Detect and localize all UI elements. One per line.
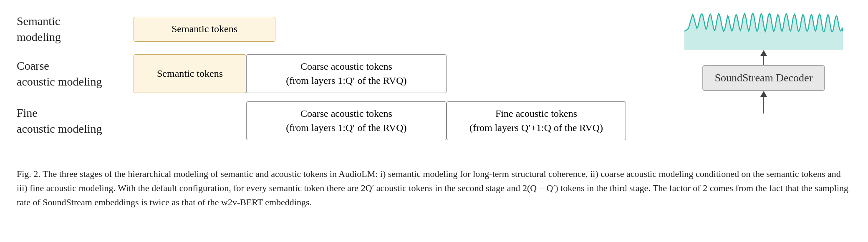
semantic-tokens-label-1: Semantic tokens	[172, 23, 237, 34]
coarse-label-text: Coarseacoustic modeling	[17, 59, 102, 88]
fine-tokens-label: Fine acoustic tokens(from layers Q′+1:Q …	[469, 107, 603, 135]
arrow-line-decoder	[763, 97, 764, 113]
decoder-label: SoundStream Decoder	[715, 72, 813, 84]
caption: Fig. 2. The three stages of the hierarch…	[17, 167, 851, 209]
soundstream-decoder-box: SoundStream Decoder	[702, 65, 825, 91]
arrow-to-decoder	[760, 91, 767, 113]
semantic-tokens-label-2: Semantic tokens	[157, 67, 223, 81]
semantic-label-text: Semanticmodeling	[17, 15, 61, 43]
semantic-tokens-box-2: Semantic tokens	[134, 54, 246, 93]
waveform-svg	[684, 13, 843, 50]
caption-text: Fig. 2. The three stages of the hierarch…	[17, 169, 848, 207]
arrow-line-waveform	[763, 56, 764, 65]
diagram-wrapper: Semanticmodeling Semantic tokens Coarsea…	[17, 13, 851, 163]
coarse-tokens-box-2: Coarse acoustic tokens(from layers 1:Q′ …	[246, 101, 447, 140]
fine-spacer	[134, 101, 246, 140]
fine-label-text: Fineacoustic modeling	[17, 106, 102, 135]
right-panel: SoundStream Decoder	[684, 13, 843, 113]
waveform-container	[684, 13, 843, 50]
arrow-head-up-decoder	[760, 91, 767, 97]
coarse-stage-label: Coarseacoustic modeling	[17, 58, 134, 90]
coarse-tokens-box-1: Coarse acoustic tokens(from layers 1:Q′ …	[246, 54, 447, 93]
arrow-head-up-waveform	[760, 50, 767, 56]
coarse-tokens-label-2: Coarse acoustic tokens(from layers 1:Q′ …	[286, 107, 406, 135]
arrow-to-waveform	[760, 50, 767, 65]
semantic-tokens-box-1: Semantic tokens	[134, 17, 275, 42]
fine-tokens-box: Fine acoustic tokens(from layers Q′+1:Q …	[447, 101, 626, 140]
fine-stage-label: Fineacoustic modeling	[17, 105, 134, 137]
coarse-tokens-label-1: Coarse acoustic tokens(from layers 1:Q′ …	[286, 60, 406, 88]
semantic-stage-label: Semanticmodeling	[17, 13, 134, 45]
